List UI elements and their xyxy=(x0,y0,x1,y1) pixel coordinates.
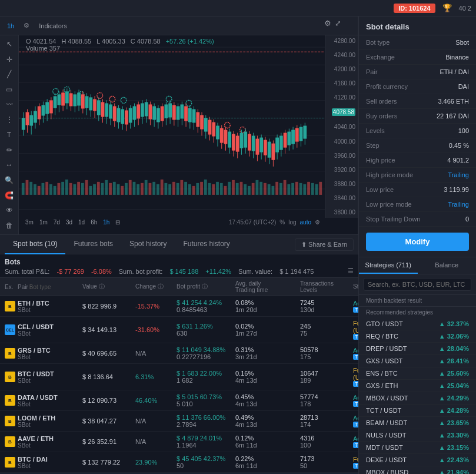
sum-value: $ 1 194 475 xyxy=(279,268,314,275)
strategy-item[interactable]: DREP / USDT ▲ 28.04% xyxy=(359,343,476,355)
svg-rect-70 xyxy=(259,182,262,195)
ohlc-open: O 4021.54 xyxy=(26,38,56,45)
tab-futures-history[interactable]: Futures history xyxy=(175,234,238,254)
svg-rect-189 xyxy=(208,120,212,134)
timerange-1h[interactable]: 1h xyxy=(101,218,111,226)
col-tx: TransactionsLevels xyxy=(300,280,353,293)
col-change[interactable]: Change ⓘ xyxy=(135,280,177,293)
indicators-btn[interactable]: Indicators xyxy=(36,21,69,31)
detail-low-price-mode: Low price mode Trailing xyxy=(359,197,476,212)
tab-futures-bots[interactable]: Futures bots xyxy=(65,234,121,254)
strategy-item[interactable]: GXS / USDT ▲ 26.41% xyxy=(359,355,476,367)
chart-bottom-settings[interactable]: ⚙ xyxy=(315,219,320,226)
magnet-tool[interactable]: 🧲 xyxy=(3,190,16,201)
timerange-3d[interactable]: 3d xyxy=(64,218,74,226)
strategy-item[interactable]: NULS / USDT ▲ 23.30% xyxy=(359,429,476,442)
detail-value-bot-type: Sbot xyxy=(455,39,469,46)
timerange-1d[interactable]: 1d xyxy=(76,218,86,226)
svg-rect-30 xyxy=(101,183,104,195)
svg-rect-153 xyxy=(141,103,144,117)
svg-rect-79 xyxy=(295,182,298,195)
eye-tool[interactable]: 👁 xyxy=(3,205,16,216)
timerange-1m[interactable]: 1m xyxy=(38,218,49,226)
strategy-item[interactable]: BEAM / USDT ▲ 23.65% xyxy=(359,417,476,429)
pnl-pct: -6.08% xyxy=(91,268,112,275)
cursor-tool[interactable]: ↖ xyxy=(3,39,16,49)
col-status[interactable]: Status ⓘ xyxy=(353,280,358,293)
line-tool[interactable]: ╱ xyxy=(3,69,16,79)
strategy-search-input[interactable] xyxy=(364,278,471,291)
svg-rect-118 xyxy=(77,92,81,105)
chart-ohlc: O 4021.54 H 4088.55 L 4005.33 C 4078.58 … xyxy=(26,38,218,52)
pair-cell: BTC / USDT SBot xyxy=(18,370,82,384)
svg-rect-76 xyxy=(284,180,287,195)
strategy-item[interactable]: DEXE / USDT ▲ 22.43% xyxy=(359,454,476,466)
zoom-tool[interactable]: 🔍 xyxy=(3,175,16,185)
svg-rect-87 xyxy=(22,118,25,130)
exchange-icon-bnb: B xyxy=(5,457,18,468)
strategy-item[interactable]: GXS / ETH ▲ 25.04% xyxy=(359,380,476,392)
svg-rect-84 xyxy=(315,184,318,195)
svg-rect-47 xyxy=(168,184,171,195)
svg-rect-193 xyxy=(216,126,219,140)
brush-tool[interactable]: ✏ xyxy=(3,145,16,155)
auto-toggle[interactable]: auto xyxy=(300,219,311,226)
strategy-item[interactable]: MBOX / BUSD ▲ 21.94% xyxy=(359,466,476,474)
timeframe-1h[interactable]: 1h xyxy=(5,21,16,31)
detail-low-price: Low price 3 119.99 xyxy=(359,183,476,197)
timerange-3m[interactable]: 3m xyxy=(24,218,35,226)
trash-tool[interactable]: 🗑 xyxy=(3,220,16,231)
strategy-item[interactable]: ENS / BTC ▲ 25.60% xyxy=(359,367,476,380)
svg-rect-45 xyxy=(161,180,164,195)
ohlc-high: H 4088.55 xyxy=(61,38,91,45)
percent-icon[interactable]: % xyxy=(279,219,285,226)
svg-rect-26 xyxy=(85,180,88,195)
svg-point-130 xyxy=(109,96,115,102)
chart-settings-icon[interactable]: ⚙ xyxy=(324,19,331,28)
crosshair-tool[interactable]: ✛ xyxy=(3,54,16,65)
svg-rect-207 xyxy=(240,133,244,148)
strategy-item[interactable]: REQ / BTC ▲ 32.06% xyxy=(359,330,476,343)
col-pair: PairBot type xyxy=(18,280,82,293)
tab-spot-history[interactable]: Spot history xyxy=(121,234,175,254)
strategy-item[interactable]: TCT / USDT ▲ 24.28% xyxy=(359,405,476,417)
svg-rect-22 xyxy=(69,183,72,195)
filter-icon[interactable]: ☰ xyxy=(348,267,354,275)
svg-rect-13 xyxy=(34,184,36,195)
svg-rect-185 xyxy=(200,115,204,129)
svg-rect-227 xyxy=(279,136,283,150)
detail-value-levels: 100 xyxy=(458,127,469,134)
svg-rect-52 xyxy=(188,184,191,195)
table-row: B ETH / BTC SBot $ 822 996.9 -15.37% $ 4… xyxy=(0,296,358,317)
detail-sell-orders: Sell orders 3.466 ETH xyxy=(359,94,476,109)
svg-rect-183 xyxy=(196,112,199,127)
text-tool[interactable]: T xyxy=(3,130,16,140)
log-toggle[interactable]: log xyxy=(288,219,296,226)
chart-fullscreen-icon[interactable]: ⤢ xyxy=(335,19,341,28)
tab-spot-bots[interactable]: Spot bots (10) xyxy=(5,234,65,254)
price-scale: 4280.00 4240.00 4200.00 4160.00 4120.00 … xyxy=(325,35,358,218)
share-earn-button[interactable]: ⬆ Share & Earn xyxy=(295,238,354,251)
modify-button[interactable]: Modify xyxy=(366,233,469,251)
fib-tool[interactable]: 〰 xyxy=(3,100,16,110)
wave-tool[interactable]: ⋮ xyxy=(3,114,16,125)
tab-balance[interactable]: Balance xyxy=(418,257,477,274)
svg-rect-229 xyxy=(284,133,287,148)
strategies-tabs: Strategies (711) Balance xyxy=(359,257,476,274)
col-value[interactable]: Value ⓘ xyxy=(82,280,135,293)
detail-label-low-price-mode: Low price mode xyxy=(366,201,412,208)
measure-tool[interactable]: ↔ xyxy=(3,160,16,171)
svg-rect-66 xyxy=(244,184,247,195)
strategy-item[interactable]: MBOX / USDT ▲ 24.29% xyxy=(359,392,476,405)
tab-strategies[interactable]: Strategies (711) xyxy=(359,257,418,274)
timeframe-settings[interactable]: ⚙ xyxy=(21,21,32,31)
timerange-6h[interactable]: 6h xyxy=(89,218,99,226)
strategy-item[interactable]: MDT / USDT ▲ 23.15% xyxy=(359,442,476,454)
chart-settings: ⚙ ⤢ xyxy=(324,19,341,28)
timerange-7d[interactable]: 7d xyxy=(52,218,62,226)
timerange-candletype[interactable]: ⊟ xyxy=(114,218,122,226)
rect-tool[interactable]: ▭ xyxy=(3,84,16,95)
strategy-item[interactable]: GTO / USDT ▲ 32.37% xyxy=(359,318,476,330)
svg-rect-233 xyxy=(291,130,295,144)
col-profit[interactable]: Bot profit ⓘ xyxy=(177,280,235,293)
